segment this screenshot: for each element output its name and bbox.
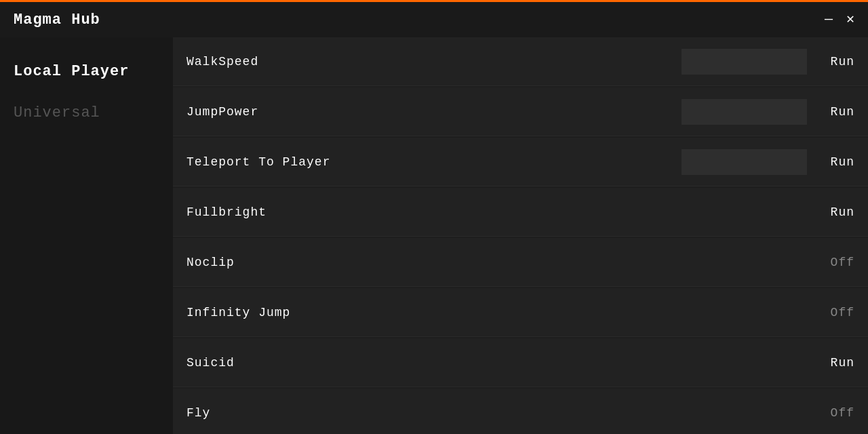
feature-input-teleport-to-player[interactable]: [682, 149, 807, 175]
feature-row-fullbright: FullbrightRun: [173, 188, 868, 237]
titlebar: Magma Hub — ✕: [0, 0, 868, 37]
feature-row-suicid: SuicidRun: [173, 338, 868, 387]
feature-status-fullbright[interactable]: Run: [821, 205, 854, 219]
sidebar-item-local-player[interactable]: Local Player: [0, 51, 173, 92]
feature-name-suicid: Suicid: [186, 356, 821, 370]
feature-status-jumppower[interactable]: Run: [821, 105, 854, 119]
sidebar: Local Player Universal: [0, 37, 173, 434]
sidebar-item-label: Universal: [14, 104, 100, 121]
feature-input-walkspeed[interactable]: [682, 49, 807, 75]
close-button[interactable]: ✕: [846, 13, 854, 26]
feature-input-jumppower[interactable]: [682, 99, 807, 125]
feature-row-noclip: NoclipOff: [173, 238, 868, 287]
feature-status-infinity-jump[interactable]: Off: [821, 306, 854, 319]
feature-name-fullbright: Fullbright: [186, 205, 821, 219]
feature-row-walkspeed: WalkSpeedRun: [173, 37, 868, 86]
app-window: Magma Hub — ✕ Local Player Universal Wal…: [0, 0, 868, 434]
minimize-button[interactable]: —: [825, 13, 833, 26]
feature-status-walkspeed[interactable]: Run: [821, 55, 854, 68]
feature-name-jumppower: JumpPower: [186, 105, 682, 119]
feature-name-fly: Fly: [186, 406, 821, 420]
feature-name-infinity-jump: Infinity Jump: [186, 306, 821, 319]
feature-row-teleport-to-player: Teleport To PlayerRun: [173, 138, 868, 186]
feature-name-walkspeed: WalkSpeed: [186, 55, 682, 68]
sidebar-item-universal[interactable]: Universal: [0, 92, 173, 134]
feature-row-fly: FlyOff: [173, 389, 868, 434]
feature-name-noclip: Noclip: [186, 256, 821, 269]
feature-status-teleport-to-player[interactable]: Run: [821, 155, 854, 169]
window-controls: — ✕: [825, 13, 854, 26]
feature-status-noclip[interactable]: Off: [821, 256, 854, 269]
feature-status-suicid[interactable]: Run: [821, 356, 854, 370]
feature-status-fly[interactable]: Off: [821, 406, 854, 420]
app-title: Magma Hub: [14, 12, 100, 28]
content-area: Local Player Universal WalkSpeedRunJumpP…: [0, 37, 868, 434]
feature-name-teleport-to-player: Teleport To Player: [186, 155, 682, 169]
feature-row-jumppower: JumpPowerRun: [173, 87, 868, 136]
feature-row-infinity-jump: Infinity JumpOff: [173, 288, 868, 337]
features-panel: WalkSpeedRunJumpPowerRunTeleport To Play…: [173, 37, 868, 434]
sidebar-item-label: Local Player: [14, 63, 129, 80]
